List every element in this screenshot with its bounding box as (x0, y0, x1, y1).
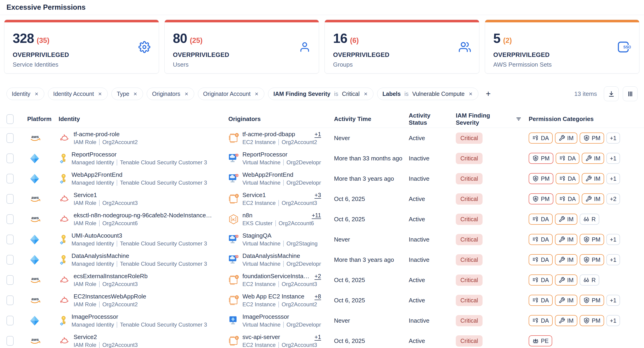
funnel-icon[interactable] (516, 116, 522, 122)
row-checkbox[interactable] (6, 235, 14, 244)
permission-badge-IM[interactable]: IM (582, 193, 604, 204)
permission-badge-IM[interactable]: IM (555, 295, 577, 306)
permission-badge-plus1[interactable]: +1 (606, 132, 620, 144)
permission-badge-IM[interactable]: IM (582, 173, 604, 184)
permission-badge-plus1[interactable]: +1 (606, 153, 620, 164)
more-originators-link[interactable]: +11 (312, 212, 321, 219)
originator-name[interactable]: Service1 (242, 192, 266, 199)
permission-badge-PM[interactable]: PM (529, 153, 553, 164)
identity-name[interactable]: DataAnalysisMachine (72, 252, 216, 260)
column-header-originators[interactable]: Originators (223, 115, 328, 123)
column-header-permission-categories[interactable]: Permission Categories (522, 115, 644, 123)
filter-chip[interactable]: Originators (147, 88, 194, 100)
permission-badge-plus1[interactable]: +1 (606, 315, 620, 326)
identity-name[interactable]: Service1 (74, 192, 216, 199)
originator-name[interactable]: foundationServiceInstance (242, 273, 311, 280)
permission-badge-plus1[interactable]: +1 (606, 234, 620, 245)
more-originators-link[interactable]: +2 (314, 273, 321, 280)
originator-name[interactable]: DataAnalysisMachine (242, 252, 300, 260)
permission-badge-PM[interactable]: PM (529, 193, 553, 204)
identity-name[interactable]: ecsExternalInstanceRoleRb (74, 273, 216, 280)
permission-badge-DA[interactable]: DA (529, 295, 553, 306)
row-checkbox[interactable] (6, 255, 14, 265)
permission-badge-IM[interactable]: IM (555, 275, 577, 286)
permission-badge-IM[interactable]: IM (555, 214, 577, 225)
more-originators-link[interactable]: +1 (314, 131, 321, 138)
permission-badge-plus1[interactable]: +1 (606, 173, 620, 184)
permission-badge-DA[interactable]: DA (529, 254, 553, 265)
permission-badge-DA[interactable]: DA (529, 214, 553, 225)
row-checkbox[interactable] (6, 153, 14, 163)
identity-name[interactable]: EC2InstancesWebAppRole (74, 293, 216, 300)
filter-chip[interactable]: Originator Account (198, 88, 264, 100)
card-overprivileged-aws-permission-sets[interactable]: 5 (2) OVERPRIVILEGED AWS Permission Sets… (485, 19, 640, 73)
permission-badge-PM[interactable]: PM (580, 295, 604, 306)
identity-name[interactable]: Service2 (74, 334, 216, 341)
permission-badge-DA[interactable]: DA (556, 193, 580, 204)
permission-badge-PM[interactable]: PM (580, 254, 604, 265)
permission-badge-R[interactable]: R (580, 214, 599, 225)
permission-badge-PM[interactable]: PM (580, 315, 604, 326)
close-icon[interactable] (34, 91, 39, 96)
permission-badge-plus1[interactable]: +1 (606, 254, 620, 265)
originator-name[interactable]: n8n (242, 212, 252, 219)
permission-badge-DA[interactable]: DA (529, 275, 553, 286)
identity-name[interactable]: UMI-AutoAcoount3 (72, 232, 216, 239)
identity-name[interactable]: ImageProcesssor (72, 313, 216, 320)
card-overprivileged-service-identities[interactable]: 328 (35) OVERPRIVILEGED Service Identiti… (4, 19, 159, 73)
permission-badge-IM[interactable]: IM (555, 132, 577, 144)
permission-badge-IM[interactable]: IM (582, 153, 604, 164)
row-checkbox[interactable] (6, 275, 14, 285)
more-originators-link[interactable]: +1 (314, 334, 321, 341)
card-overprivileged-groups[interactable]: 16 (6) OVERPRIVILEGED Groups (324, 19, 479, 73)
manage-columns-button[interactable] (623, 86, 638, 101)
identity-name[interactable]: ReportProcessor (72, 151, 216, 158)
more-originators-link[interactable]: +3 (314, 192, 321, 198)
originator-name[interactable]: tf-acme-prod-dbapp (242, 131, 295, 138)
close-icon[interactable] (468, 91, 473, 96)
originator-name[interactable]: StagingQA (242, 232, 272, 239)
row-checkbox[interactable] (6, 336, 14, 346)
row-checkbox[interactable] (6, 296, 14, 305)
column-header-iam-finding-severity[interactable]: IAM Finding Severity (448, 112, 522, 126)
close-icon[interactable] (254, 91, 259, 96)
permission-badge-DA[interactable]: DA (556, 173, 580, 184)
permission-badge-IM[interactable]: IM (555, 315, 577, 326)
filter-chip[interactable]: LabelsisVulnerable Compute (377, 88, 478, 100)
row-checkbox[interactable] (6, 133, 14, 143)
originator-name[interactable]: ReportProcessor (242, 151, 288, 158)
originator-name[interactable]: WebApp2FrontEnd (242, 171, 294, 178)
originator-name[interactable]: Web App EC2 Instance (242, 293, 304, 300)
filter-chip[interactable]: Type (112, 88, 143, 100)
column-header-identity[interactable]: Identity (56, 115, 223, 123)
originator-name[interactable]: svc-api-server (242, 334, 280, 341)
permission-badge-plus1[interactable]: +1 (606, 295, 620, 306)
permission-badge-PM[interactable]: PM (580, 234, 604, 245)
column-header-platform[interactable]: Platform (24, 115, 56, 123)
permission-badge-PM[interactable]: PM (529, 173, 553, 184)
identity-name[interactable]: eksctl-n8n-nodegroup-ng-96cafeb2-NodeIns… (74, 212, 216, 219)
more-originators-link[interactable]: +8 (314, 293, 321, 300)
close-icon[interactable] (184, 91, 189, 96)
row-checkbox[interactable] (6, 316, 14, 326)
identity-name[interactable]: tf-acme-prod-role (74, 131, 216, 138)
permission-badge-IM[interactable]: IM (555, 254, 577, 265)
permission-badge-DA[interactable]: DA (556, 153, 580, 164)
permission-badge-plus2[interactable]: +2 (606, 193, 620, 204)
close-icon[interactable] (98, 91, 102, 96)
select-all-checkbox[interactable] (6, 114, 14, 124)
card-overprivileged-users[interactable]: 80 (25) OVERPRIVILEGED Users (164, 19, 319, 73)
permission-badge-PM[interactable]: PM (580, 132, 604, 144)
permission-badge-IM[interactable]: IM (555, 234, 577, 245)
permission-badge-DA[interactable]: DA (529, 315, 553, 326)
row-checkbox[interactable] (6, 214, 14, 224)
add-filter-button[interactable]: + (484, 89, 493, 99)
permission-badge-PE[interactable]: PE (529, 335, 552, 347)
filter-chip[interactable]: Identity Account (48, 88, 108, 100)
filter-chip[interactable]: IAM Finding SeverityisCritical (268, 88, 374, 100)
row-checkbox[interactable] (6, 194, 14, 204)
close-icon[interactable] (133, 91, 138, 96)
identity-name[interactable]: WebApp2FrontEnd (72, 171, 216, 178)
close-icon[interactable] (363, 91, 368, 96)
permission-badge-R[interactable]: R (580, 275, 599, 286)
